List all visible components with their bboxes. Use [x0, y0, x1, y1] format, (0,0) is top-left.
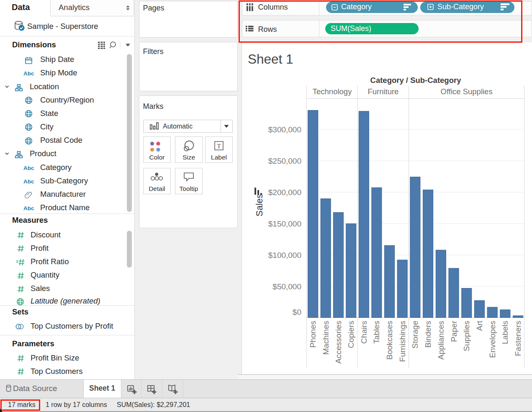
svg-text:$250,000: $250,000 — [268, 157, 301, 165]
svg-text:Phones: Phones — [308, 321, 317, 348]
svg-text:Sales: Sales — [254, 194, 265, 216]
svg-text:Bookcases: Bookcases — [385, 321, 394, 360]
svg-text:Chairs: Chairs — [360, 321, 368, 344]
svg-text:Accessories: Accessories — [334, 321, 343, 363]
svg-text:Appliances: Appliances — [437, 321, 445, 360]
svg-text:Machines: Machines — [321, 321, 330, 355]
svg-text:Copiers: Copiers — [347, 321, 355, 348]
svg-text:Supplies: Supplies — [462, 321, 471, 351]
svg-text:$50,000: $50,000 — [272, 282, 301, 291]
svg-text:Furnishings: Furnishings — [398, 321, 407, 362]
svg-text:Tables: Tables — [372, 321, 381, 344]
svg-text:Furniture: Furniture — [368, 87, 398, 96]
svg-text:$150,000: $150,000 — [268, 219, 301, 228]
svg-text:$0: $0 — [293, 308, 301, 317]
svg-text:$100,000: $100,000 — [268, 251, 301, 260]
svg-text:$200,000: $200,000 — [268, 188, 301, 197]
svg-text:Binders: Binders — [424, 321, 432, 348]
svg-text:Office Supplies: Office Supplies — [441, 87, 493, 96]
svg-text:Fasteners: Fasteners — [514, 321, 522, 356]
svg-text:$300,000: $300,000 — [268, 125, 301, 134]
svg-text:Art: Art — [475, 320, 484, 331]
svg-text:Technology: Technology — [313, 87, 352, 96]
svg-text:Storage: Storage — [411, 321, 419, 349]
svg-text:Labels: Labels — [501, 321, 509, 344]
svg-text:Envelopes: Envelopes — [488, 321, 497, 358]
svg-text:Paper: Paper — [450, 320, 458, 342]
svg-text:Category / Sub-Category: Category / Sub-Category — [370, 76, 462, 85]
svg-text:T: T — [217, 143, 221, 149]
